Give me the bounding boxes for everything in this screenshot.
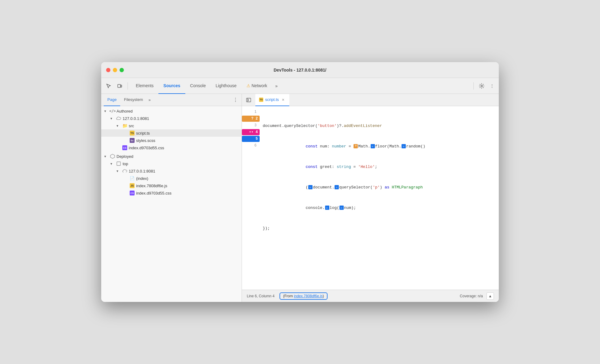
type-arrow-badge: ▷: [371, 144, 375, 148]
tree-item-label: Authored: [117, 109, 133, 113]
status-right: Coverage: n/a ▲: [460, 292, 494, 300]
coverage-drawer-button[interactable]: ▲: [487, 292, 494, 300]
sub-tab-more-button[interactable]: »: [147, 96, 153, 103]
source-map-link[interactable]: index.7808df6e.js: [294, 294, 323, 298]
breakpoint-badge-orange: ? 2: [242, 116, 260, 122]
css-file-icon: CS: [122, 145, 128, 150]
status-bar: Line 6, Column 4 (From index.7808df6e.js…: [242, 290, 499, 302]
editor-tab-script-ts[interactable]: TS script.ts ×: [255, 94, 289, 106]
tree-src-folder[interactable]: ▼ 📁 src: [101, 122, 242, 129]
title-bar: DevTools - 127.0.0.1:8081/: [101, 62, 499, 78]
code-editor: 1 ? 2 3 •• 4 5: [242, 106, 499, 290]
code-line-3: const greet: string = 'Hello';: [263, 163, 499, 170]
tree-item-label: styles.scss: [136, 138, 155, 143]
line-num-2[interactable]: ? 2: [242, 115, 260, 122]
traffic-lights: [106, 68, 124, 72]
breakpoint-badge-pink: •• 4: [242, 129, 260, 135]
close-button[interactable]: [106, 68, 110, 72]
fullscreen-button[interactable]: [120, 68, 124, 72]
sub-tabs: Page Filesystem » ⋮: [101, 94, 242, 106]
svg-rect-0: [118, 84, 120, 87]
code-line-4: (▷document.▷querySelector('p') as HTMLPa…: [263, 184, 499, 191]
toolbar-divider: [128, 82, 128, 90]
css-file-icon-2: CS: [129, 190, 135, 196]
line-num-5[interactable]: 5: [242, 136, 260, 142]
line-numbers: 1 ? 2 3 •• 4 5: [242, 106, 260, 290]
cloud-icon: [116, 116, 121, 121]
cursor-position: Line 6, Column 4: [247, 294, 275, 298]
sub-panel-menu-button[interactable]: ⋮: [232, 96, 239, 104]
tree-item-label: 127.0.0.1:8081: [123, 116, 149, 121]
main-toolbar: Elements Sources Console Lighthouse ⚠ Ne…: [101, 78, 499, 94]
tab-sources[interactable]: Sources: [158, 78, 185, 94]
tree-index-page[interactable]: 📄 (index): [101, 175, 242, 182]
type-arrow-badge-4: ▷: [335, 185, 339, 189]
tab-network[interactable]: ⚠ Network: [242, 78, 272, 94]
tree-item-label: index.7808df6e.js: [136, 184, 167, 188]
tab-lighthouse[interactable]: Lighthouse: [211, 78, 242, 94]
cloud-icon-2: [122, 168, 128, 174]
main-content: Page Filesystem » ⋮ ▼ </> Authored ▼: [101, 94, 499, 302]
type-arrow-badge-2: ▷: [402, 144, 406, 148]
tree-styles-scss[interactable]: Sc styles.scss: [101, 137, 242, 144]
tree-server-deployed[interactable]: ▼ 127.0.0.1:8081: [101, 167, 242, 175]
devtools-window: DevTools - 127.0.0.1:8081/ Elements Sour…: [101, 62, 499, 302]
svg-rect-3: [117, 162, 120, 165]
tree-index-css[interactable]: CS index.d9703d55.css: [101, 144, 242, 151]
line-num-1: 1: [242, 109, 260, 115]
sidebar-toggle-button[interactable]: [244, 96, 253, 104]
tree-index-css2[interactable]: CS index.d9703d55.css: [101, 189, 242, 197]
tree-item-label: index.d9703d55.css: [129, 146, 164, 150]
svg-point-2: [481, 85, 483, 87]
code-line-5: console.▷log(▷num);: [263, 204, 499, 211]
editor-tab-label: script.ts: [265, 97, 279, 102]
tab-elements[interactable]: Elements: [131, 78, 158, 94]
tree-index-js[interactable]: JS index.7808df6e.js: [101, 182, 242, 189]
settings-button[interactable]: [477, 81, 487, 91]
line-num-3: 3: [242, 122, 260, 129]
tree-item-label: 127.0.0.1:8081: [129, 169, 155, 173]
sub-tab-filesystem[interactable]: Filesystem: [120, 94, 146, 106]
code-content[interactable]: document.querySelector('button')?.addEve…: [260, 106, 499, 290]
tree-deployed[interactable]: ▼ Deployed: [101, 153, 242, 160]
tree-authored[interactable]: ▼ </> Authored: [101, 107, 242, 115]
more-menu-button[interactable]: ⋮: [488, 82, 496, 90]
type-arrow-badge-5: ▷: [325, 206, 329, 210]
js-file-icon: JS: [129, 183, 135, 188]
tab-console[interactable]: Console: [185, 78, 211, 94]
tree-arrow: ▼: [104, 110, 109, 113]
source-map-indicator[interactable]: (From index.7808df6e.js): [280, 292, 328, 300]
tree-server-authored[interactable]: ▼ 127.0.0.1:8081: [101, 115, 242, 122]
folder-icon: 📁: [122, 123, 128, 128]
editor-tab-close-button[interactable]: ×: [281, 97, 286, 102]
ts-tab-icon: TS: [259, 98, 263, 102]
tree-item-label: top: [123, 162, 128, 166]
svg-rect-4: [246, 98, 251, 102]
box-icon: [116, 161, 121, 166]
code-icon: </>: [110, 108, 115, 114]
minimize-button[interactable]: [113, 68, 117, 72]
tree-item-label: index.d9703d55.css: [136, 191, 172, 195]
tree-item-label: (index): [136, 176, 148, 181]
inspect-element-button[interactable]: [104, 81, 113, 91]
tree-top-folder[interactable]: ▼ top: [101, 160, 242, 167]
tree-script-ts[interactable]: TS script.ts: [101, 129, 242, 137]
deployed-icon: [110, 154, 115, 159]
device-mode-button[interactable]: [115, 81, 124, 91]
tree-item-label: script.ts: [136, 131, 150, 136]
code-line-2: const num: number = ?Math.▷floor(Math.▷r…: [263, 143, 499, 150]
breakpoint-badge-blue: 5: [242, 136, 260, 142]
line-num-6: 6: [242, 142, 260, 149]
svg-rect-1: [121, 85, 122, 87]
type-arrow-badge-3: ▷: [308, 185, 313, 189]
sub-tab-page[interactable]: Page: [104, 94, 120, 106]
scss-file-icon: Sc: [129, 138, 135, 143]
line-num-4[interactable]: •• 4: [242, 129, 260, 136]
tree-arrow: ▼: [116, 124, 121, 128]
editor-tabs: TS script.ts ×: [242, 94, 499, 106]
more-tabs-button[interactable]: »: [272, 82, 281, 90]
code-line-6: });: [263, 225, 499, 232]
code-line-1: document.querySelector('button')?.addEve…: [263, 122, 499, 129]
tree-item-label: src: [129, 124, 134, 128]
toolbar-divider-2: [473, 82, 474, 90]
